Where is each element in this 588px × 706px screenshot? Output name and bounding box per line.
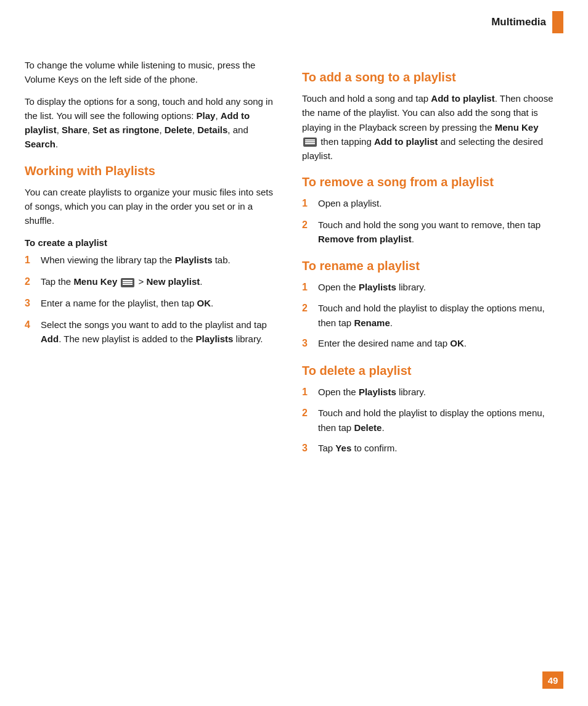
page-number: 49 — [542, 671, 563, 689]
menu-key-icon-2 — [303, 138, 317, 147]
create-playlist-steps: 1 When viewing the library tap the Playl… — [25, 253, 277, 346]
create-step-2: 2 Tap the Menu Key > New playlist. — [25, 274, 277, 290]
page-header: Multimedia — [25, 0, 563, 39]
intro-paragraph-1: To change the volume while listening to … — [25, 58, 277, 87]
create-step-3: 3 Enter a name for the playlist, then ta… — [25, 296, 277, 311]
working-with-playlists-heading: Working with Playlists — [25, 163, 277, 179]
rename-step-2: 2 Touch and hold the playlist to display… — [302, 301, 555, 330]
header-accent-bar — [552, 11, 563, 33]
delete-playlist-steps: 1 Open the Playlists library. 2 Touch an… — [302, 385, 555, 456]
add-song-text: Touch and hold a song and tap Add to pla… — [302, 91, 555, 163]
intro-paragraph-2: To display the options for a song, touch… — [25, 94, 277, 152]
menu-key-icon — [121, 278, 134, 287]
remove-song-steps: 1 Open a playlist. 2 Touch and hold the … — [302, 196, 555, 246]
working-with-playlists-intro: You can create playlists to organize you… — [25, 185, 277, 228]
remove-step-2: 2 Touch and hold the song you want to re… — [302, 218, 555, 247]
remove-step-1: 1 Open a playlist. — [302, 196, 555, 211]
create-step-4: 4 Select the songs you want to add to th… — [25, 318, 277, 347]
right-column: To add a song to a playlist Touch and ho… — [302, 58, 555, 464]
header-title: Multimedia — [491, 16, 546, 28]
add-song-heading: To add a song to a playlist — [302, 69, 555, 85]
create-step-1: 1 When viewing the library tap the Playl… — [25, 253, 277, 268]
delete-playlist-heading: To delete a playlist — [302, 363, 555, 379]
rename-playlist-steps: 1 Open the Playlists library. 2 Touch an… — [302, 280, 555, 351]
delete-step-2: 2 Touch and hold the playlist to display… — [302, 406, 555, 435]
create-playlist-subheading: To create a playlist — [25, 237, 277, 248]
remove-song-heading: To remove a song from a playlist — [302, 174, 555, 190]
delete-step-3: 3 Tap Yes to confirm. — [302, 441, 555, 456]
main-content: To change the volume while listening to … — [0, 39, 588, 501]
rename-step-3: 3 Enter the desired name and tap OK. — [302, 336, 555, 351]
left-column: To change the volume while listening to … — [25, 58, 277, 464]
rename-step-1: 1 Open the Playlists library. — [302, 280, 555, 295]
delete-step-1: 1 Open the Playlists library. — [302, 385, 555, 400]
rename-playlist-heading: To rename a playlist — [302, 258, 555, 274]
